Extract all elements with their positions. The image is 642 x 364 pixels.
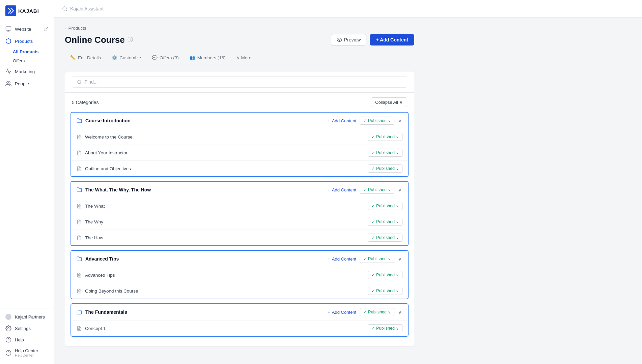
lesson-item-fundamentals-0[interactable]: Concept 1 ✓ Published ∨ — [71, 320, 408, 336]
lesson-right: ✓ Published ∨ — [368, 164, 402, 173]
category-status: Published — [368, 256, 387, 261]
tab-edit-details[interactable]: ✏️ Edit Details — [65, 52, 106, 64]
lesson-status-badge[interactable]: ✓ Published ∨ — [368, 218, 402, 226]
page-title: Online Course — [65, 35, 125, 45]
tab-more-label: ∨ More — [236, 55, 252, 60]
search-section — [65, 71, 414, 93]
lesson-check-icon: ✓ — [371, 166, 375, 171]
check-icon: ✓ — [363, 310, 367, 314]
category-block-what-why-how: The What. The Why. The How + Add Content… — [71, 181, 409, 246]
add-content-button[interactable]: + Add Content — [370, 34, 414, 46]
doc-icon — [77, 134, 82, 140]
category-controls-what-why-how: + Add Content ✓ Published ∨ ∧ — [328, 186, 402, 194]
lesson-status-badge[interactable]: ✓ Published ∨ — [368, 202, 402, 210]
category-header-advanced-tips[interactable]: Advanced Tips + Add Content ✓ Published … — [71, 251, 408, 267]
category-collapse-icon-fundamentals[interactable]: ∧ — [398, 309, 402, 315]
category-add-content-btn-advanced-tips[interactable]: + Add Content — [328, 256, 356, 262]
category-add-content-btn-fundamentals[interactable]: + Add Content — [328, 310, 356, 315]
lesson-check-icon: ✓ — [371, 326, 375, 331]
sidebar-item-products[interactable]: Products — [0, 35, 54, 47]
category-collapse-icon-what-why-how[interactable]: ∧ — [398, 186, 402, 193]
logo-text: KAJABI — [18, 8, 39, 14]
lesson-status-chevron: ∨ — [396, 289, 399, 293]
doc-icon — [77, 235, 82, 240]
lesson-status-badge[interactable]: ✓ Published ∨ — [368, 324, 402, 332]
lesson-status-badge[interactable]: ✓ Published ∨ — [368, 133, 402, 141]
help-center-sublabel: HelpCenter — [15, 353, 38, 357]
lesson-item-course-intro-2[interactable]: Outline and Objectives ✓ Published ∨ — [71, 160, 408, 176]
category-controls-course-intro: + Add Content ✓ Published ∨ ∧ — [328, 117, 402, 125]
search-box[interactable] — [72, 76, 407, 88]
logo[interactable]: KAJABI — [0, 0, 54, 20]
lesson-item-what-why-how-0[interactable]: The What ✓ Published ∨ — [71, 198, 408, 214]
category-add-content-btn-what-why-how[interactable]: + Add Content — [328, 187, 356, 192]
lesson-status: Published — [376, 150, 395, 155]
sidebar-item-help[interactable]: Help — [0, 334, 54, 345]
lesson-status: Published — [376, 219, 395, 224]
lesson-status-badge[interactable]: ✓ Published ∨ — [368, 164, 402, 173]
category-collapse-icon-advanced-tips[interactable]: ∧ — [398, 255, 402, 262]
category-status-badge-what-why-how[interactable]: ✓ Published ∨ — [360, 186, 394, 194]
tab-customize[interactable]: ⚙️ Customize — [106, 52, 146, 64]
doc-icon — [77, 166, 82, 171]
svg-point-11 — [63, 7, 66, 10]
category-header-fundamentals[interactable]: The Fundamentals + Add Content ✓ Publish… — [71, 304, 408, 320]
lesson-status-badge[interactable]: ✓ Published ∨ — [368, 149, 402, 157]
category-name: Course Introduction — [85, 118, 131, 123]
folder-icon — [77, 118, 82, 123]
category-title-fundamentals: The Fundamentals — [77, 309, 127, 315]
lesson-status-chevron: ∨ — [396, 204, 399, 208]
lesson-status-badge[interactable]: ✓ Published ∨ — [368, 234, 402, 242]
lesson-right: ✓ Published ∨ — [368, 287, 402, 295]
doc-icon — [77, 273, 82, 278]
doc-icon — [77, 150, 82, 155]
check-icon: ✓ — [363, 187, 367, 192]
lesson-item-advanced-tips-0[interactable]: Advanced Tips ✓ Published ∨ — [71, 267, 408, 283]
breadcrumb-parent[interactable]: Products — [68, 26, 86, 31]
lesson-item-what-why-how-1[interactable]: The Why ✓ Published ∨ — [71, 214, 408, 230]
category-collapse-icon-course-intro[interactable]: ∧ — [398, 117, 402, 124]
sidebar-item-website[interactable]: Website — [0, 23, 54, 35]
lesson-status-chevron: ∨ — [396, 220, 399, 224]
topbar-search[interactable]: Kajabi Assistant — [62, 6, 104, 11]
svg-point-6 — [8, 328, 9, 329]
sidebar-item-people[interactable]: People — [0, 78, 54, 90]
lesson-status-badge[interactable]: ✓ Published ∨ — [368, 271, 402, 279]
lesson-status-badge[interactable]: ✓ Published ∨ — [368, 287, 402, 295]
collapse-all-button[interactable]: Collapse All ∨ — [371, 97, 407, 107]
lesson-item-what-why-how-2[interactable]: The How ✓ Published ∨ — [71, 230, 408, 245]
tab-members[interactable]: 👥 Members (16) — [184, 52, 231, 64]
help-circle-icon[interactable]: ⓘ — [128, 36, 133, 43]
category-add-content-btn-course-intro[interactable]: + Add Content — [328, 118, 356, 123]
lesson-item-course-intro-1[interactable]: About Your Instructor ✓ Published ∨ — [71, 145, 408, 160]
lesson-left: About Your Instructor — [77, 150, 128, 155]
lesson-status-chevron: ∨ — [396, 236, 399, 240]
lesson-status: Published — [376, 134, 395, 139]
tab-offers[interactable]: 💬 Offers (3) — [146, 52, 184, 64]
preview-button[interactable]: Preview — [331, 34, 367, 46]
category-header-course-intro[interactable]: Course Introduction + Add Content ✓ Publ… — [71, 113, 408, 129]
settings-label: Settings — [15, 326, 31, 331]
sidebar-subitem-all-products[interactable]: All Products — [0, 47, 54, 56]
lesson-title: Advanced Tips — [85, 273, 115, 278]
sidebar-item-settings[interactable]: Settings — [0, 323, 54, 334]
category-name: The What. The Why. The How — [85, 187, 151, 192]
sidebar-item-help-center[interactable]: Help Center HelpCenter — [0, 345, 54, 360]
search-input[interactable] — [85, 79, 402, 85]
svg-line-15 — [80, 83, 81, 84]
sidebar-item-kajabi-partners[interactable]: Kajabi Partners — [0, 311, 54, 323]
sidebar-subitem-offers[interactable]: Offers — [0, 56, 54, 65]
sidebar-item-marketing[interactable]: Marketing — [0, 65, 54, 78]
lesson-item-course-intro-0[interactable]: Welcome to the Course ✓ Published ∨ — [71, 129, 408, 145]
lesson-right: ✓ Published ∨ — [368, 202, 402, 210]
lesson-status: Published — [376, 273, 395, 277]
category-status-badge-course-intro[interactable]: ✓ Published ∨ — [360, 117, 394, 125]
lesson-title: The What — [85, 204, 105, 209]
category-status-badge-fundamentals[interactable]: ✓ Published ∨ — [360, 308, 394, 316]
category-header-what-why-how[interactable]: The What. The Why. The How + Add Content… — [71, 182, 408, 198]
tab-more[interactable]: ∨ More — [231, 52, 257, 64]
page-title-row: Online Course ⓘ — [65, 35, 133, 45]
lesson-item-advanced-tips-1[interactable]: Going Beyond this Course ✓ Published ∨ — [71, 283, 408, 299]
page-header: Online Course ⓘ Preview + Add Content — [65, 34, 414, 46]
category-status-badge-advanced-tips[interactable]: ✓ Published ∨ — [360, 255, 394, 263]
